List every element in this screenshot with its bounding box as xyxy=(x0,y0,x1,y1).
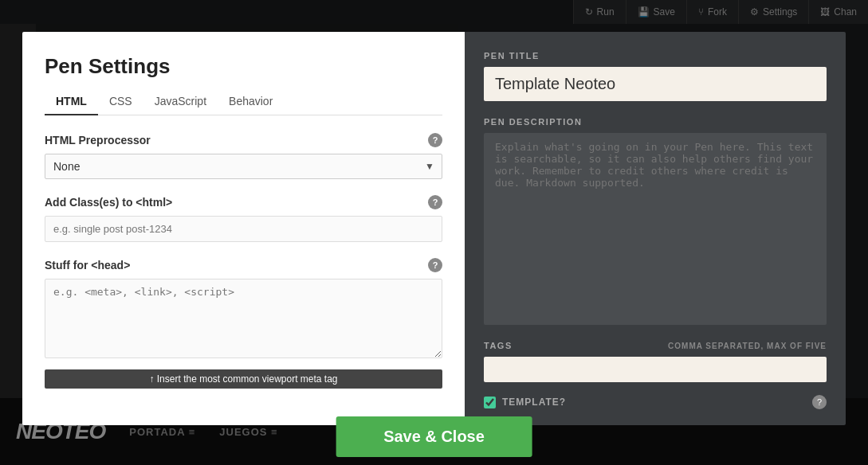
tags-label: TAGS xyxy=(484,341,513,350)
tab-behavior[interactable]: Behavior xyxy=(218,90,284,115)
add-classes-input[interactable] xyxy=(45,216,442,242)
dialog-title: Pen Settings xyxy=(45,54,442,79)
template-left: TEMPLATE? xyxy=(484,397,566,408)
stuff-head-section: Stuff for <head> ? xyxy=(45,258,442,272)
add-classes-help-icon[interactable]: ? xyxy=(428,195,442,209)
tags-row: TAGS COMMA SEPARATED, MAX OF FIVE xyxy=(484,341,827,350)
template-row: TEMPLATE? ? xyxy=(484,395,827,409)
preprocessor-help-icon[interactable]: ? xyxy=(428,133,442,147)
template-checkbox[interactable] xyxy=(484,397,496,408)
preprocessor-select-wrapper: None Haml Markdown Slim Pug ▼ xyxy=(45,154,442,179)
right-panel: PEN TITLE PEN DESCRIPTION TAGS COMMA SEP… xyxy=(465,32,846,425)
tab-javascript[interactable]: JavaScript xyxy=(143,90,218,115)
preprocessor-section: HTML Preprocessor ? xyxy=(45,133,442,147)
pen-description-textarea[interactable] xyxy=(484,133,827,325)
pen-title-input[interactable] xyxy=(484,67,827,101)
insert-viewport-button[interactable]: ↑ Insert the most common viewport meta t… xyxy=(45,369,442,389)
pen-settings-dialog: Pen Settings HTML CSS JavaScript Behavio… xyxy=(22,32,846,425)
stuff-head-textarea[interactable] xyxy=(45,279,442,358)
pen-title-label: PEN TITLE xyxy=(484,51,827,61)
template-help-icon[interactable]: ? xyxy=(812,395,827,409)
tabs-row: HTML CSS JavaScript Behavior xyxy=(45,90,442,115)
tab-html[interactable]: HTML xyxy=(45,90,98,115)
add-classes-section: Add Class(es) to <html> ? xyxy=(45,195,442,209)
stuff-head-help-icon[interactable]: ? xyxy=(428,258,442,272)
template-label: TEMPLATE? xyxy=(502,397,566,408)
tags-hint: COMMA SEPARATED, MAX OF FIVE xyxy=(668,342,827,350)
save-close-button[interactable]: Save & Close xyxy=(336,416,532,457)
pen-description-label: PEN DESCRIPTION xyxy=(484,117,827,127)
left-panel: Pen Settings HTML CSS JavaScript Behavio… xyxy=(22,32,465,425)
tab-css[interactable]: CSS xyxy=(98,90,143,115)
tags-input[interactable] xyxy=(484,357,827,382)
preprocessor-select[interactable]: None Haml Markdown Slim Pug xyxy=(45,154,442,179)
